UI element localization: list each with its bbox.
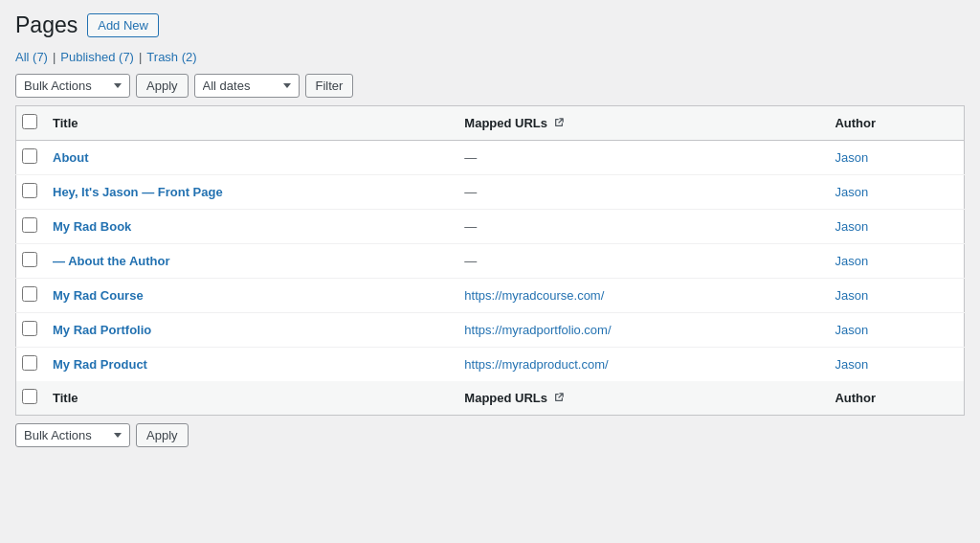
- row-author-cell: Jason: [825, 278, 964, 312]
- row-author-cell: Jason: [825, 140, 964, 174]
- empty-mapped-url: —: [464, 150, 477, 165]
- pages-table: Title Mapped URLs Author About—JasonHey,…: [15, 105, 965, 416]
- bulk-actions-select-bottom[interactable]: Bulk Actions: [15, 423, 130, 447]
- row-checkbox-3[interactable]: [22, 252, 37, 267]
- row-title-cell: My Rad Product: [43, 347, 455, 381]
- row-checkbox-cell: [16, 278, 44, 312]
- author-link[interactable]: Jason: [835, 150, 868, 165]
- row-title-cell: — About the Author: [43, 243, 455, 278]
- row-title-cell: My Rad Book: [43, 209, 455, 243]
- row-checkbox-5[interactable]: [22, 321, 37, 336]
- filter-links: All (7) | Published (7) | Trash (2): [15, 50, 965, 64]
- row-title-link[interactable]: About: [53, 150, 89, 165]
- row-mapped-url-cell: https://myradportfolio.com/: [455, 312, 825, 347]
- table-row: My Rad Producthttps://myradproduct.com/J…: [16, 347, 965, 381]
- mapped-url-link[interactable]: https://myradproduct.com/: [464, 357, 608, 372]
- top-tablenav: Bulk Actions Apply All dates Filter: [15, 74, 965, 98]
- external-link-footer-icon: [554, 393, 564, 402]
- bottom-tablenav: Bulk Actions Apply: [15, 423, 965, 447]
- select-all-footer-header[interactable]: [16, 381, 44, 416]
- external-link-icon: [554, 118, 564, 127]
- row-author-cell: Jason: [825, 209, 964, 243]
- row-title-link[interactable]: Hey, It's Jason — Front Page: [53, 185, 223, 199]
- date-filter-select[interactable]: All dates: [194, 74, 300, 98]
- add-new-button[interactable]: Add New: [87, 13, 159, 37]
- table-row: My Rad Book—Jason: [16, 209, 965, 243]
- mapped-url-link[interactable]: https://myradcourse.com/: [464, 288, 604, 303]
- select-all-checkbox[interactable]: [22, 114, 37, 129]
- row-title-cell: My Rad Portfolio: [43, 312, 455, 347]
- row-checkbox-0[interactable]: [22, 148, 37, 164]
- row-checkbox-6[interactable]: [22, 355, 37, 371]
- author-footer-header: Author: [825, 381, 964, 416]
- table-row: My Rad Coursehttps://myradcourse.com/Jas…: [16, 278, 965, 312]
- table-row: My Rad Portfoliohttps://myradportfolio.c…: [16, 312, 965, 347]
- table-row: — About the Author—Jason: [16, 243, 965, 278]
- page-title: Pages: [15, 11, 78, 40]
- row-mapped-url-cell: —: [455, 209, 825, 243]
- row-title-link[interactable]: My Rad Product: [53, 357, 147, 372]
- apply-button-top[interactable]: Apply: [136, 74, 189, 98]
- empty-mapped-url: —: [464, 254, 477, 268]
- filter-all-link[interactable]: All (7): [15, 50, 48, 64]
- title-column-header: Title: [43, 105, 455, 140]
- author-link[interactable]: Jason: [835, 185, 868, 199]
- row-checkbox-cell: [16, 243, 44, 278]
- table-row: Hey, It's Jason — Front Page—Jason: [16, 174, 965, 209]
- row-title-cell: About: [43, 140, 455, 174]
- mapped-url-link[interactable]: https://myradportfolio.com/: [464, 323, 611, 337]
- empty-mapped-url: —: [464, 219, 477, 234]
- author-link[interactable]: Jason: [835, 254, 868, 268]
- row-mapped-url-cell: —: [455, 140, 825, 174]
- author-link[interactable]: Jason: [835, 219, 868, 234]
- row-title-link[interactable]: My Rad Course: [53, 288, 144, 303]
- author-link[interactable]: Jason: [835, 357, 868, 372]
- row-checkbox-cell: [16, 347, 44, 381]
- empty-mapped-url: —: [464, 185, 477, 199]
- filter-published-link[interactable]: Published (7): [60, 50, 134, 64]
- row-author-cell: Jason: [825, 312, 964, 347]
- filter-button[interactable]: Filter: [305, 74, 354, 98]
- row-author-cell: Jason: [825, 347, 964, 381]
- filter-trash-link[interactable]: Trash (2): [146, 50, 196, 64]
- row-title-cell: My Rad Course: [43, 278, 455, 312]
- row-checkbox-cell: [16, 140, 44, 174]
- row-title-link[interactable]: My Rad Portfolio: [53, 323, 151, 337]
- row-mapped-url-cell: —: [455, 243, 825, 278]
- row-checkbox-2[interactable]: [22, 217, 37, 233]
- row-mapped-url-cell: https://myradproduct.com/: [455, 347, 825, 381]
- author-link[interactable]: Jason: [835, 288, 868, 303]
- row-checkbox-cell: [16, 209, 44, 243]
- row-author-cell: Jason: [825, 174, 964, 209]
- bulk-actions-select-top[interactable]: Bulk Actions: [15, 74, 130, 98]
- row-author-cell: Jason: [825, 243, 964, 278]
- row-title-cell: Hey, It's Jason — Front Page: [43, 174, 455, 209]
- row-title-link[interactable]: My Rad Book: [53, 219, 131, 234]
- title-footer-header: Title: [43, 381, 455, 416]
- apply-button-bottom[interactable]: Apply: [136, 423, 189, 447]
- row-checkbox-cell: [16, 174, 44, 209]
- select-all-header[interactable]: [16, 105, 44, 140]
- select-all-footer-checkbox[interactable]: [22, 389, 37, 404]
- row-checkbox-cell: [16, 312, 44, 347]
- mapped-urls-footer-header: Mapped URLs: [455, 381, 825, 416]
- row-checkbox-1[interactable]: [22, 183, 37, 198]
- row-mapped-url-cell: —: [455, 174, 825, 209]
- row-title-link[interactable]: — About the Author: [53, 254, 170, 268]
- mapped-urls-column-header: Mapped URLs: [455, 105, 825, 140]
- author-column-header: Author: [825, 105, 964, 140]
- row-checkbox-4[interactable]: [22, 286, 37, 302]
- table-row: About—Jason: [16, 140, 965, 174]
- author-link[interactable]: Jason: [835, 323, 868, 337]
- row-mapped-url-cell: https://myradcourse.com/: [455, 278, 825, 312]
